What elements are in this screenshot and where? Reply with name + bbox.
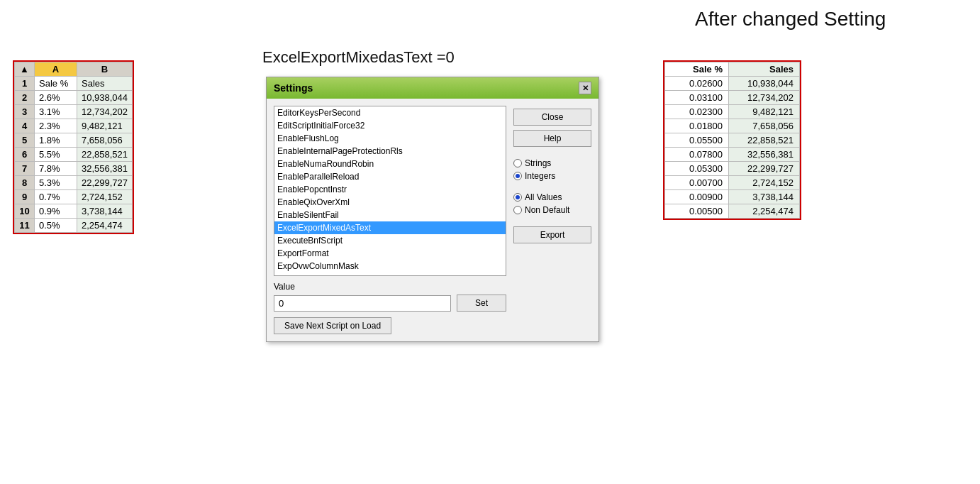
table-row: 0.009003,738,144 xyxy=(665,190,800,204)
radio-circle xyxy=(513,159,522,167)
right-cell-sales: 7,658,056 xyxy=(729,119,800,133)
left-cell-sale: 7.8% xyxy=(35,162,77,176)
left-row-num: 1 xyxy=(15,77,35,91)
save-next-button[interactable]: Save Next Script on Load xyxy=(274,317,391,334)
value-label: Value xyxy=(274,282,506,292)
left-cell-sale: 0.9% xyxy=(35,204,77,219)
left-cell-sales: 32,556,381 xyxy=(77,162,133,176)
page-title: After changed Setting xyxy=(695,8,886,31)
close-icon[interactable]: ✕ xyxy=(579,82,591,94)
right-cell-sale: 0.05500 xyxy=(665,133,729,148)
right-cell-sales: 2,254,474 xyxy=(729,204,800,219)
left-cell-sales: 22,299,727 xyxy=(77,176,133,190)
right-cell-sale: 0.00900 xyxy=(665,190,729,204)
list-item[interactable]: EditScriptInitialForce32 xyxy=(274,119,506,132)
col-a-header: A xyxy=(35,62,77,77)
radio-item-type[interactable]: Strings xyxy=(513,158,591,168)
radio-group-type: StringsIntegers xyxy=(513,158,591,181)
right-cell-sales: 22,299,727 xyxy=(729,162,800,176)
table-row: 77.8%32,556,381 xyxy=(15,162,133,176)
set-button[interactable]: Set xyxy=(457,295,506,312)
left-cell-sale: Sale % xyxy=(35,77,77,91)
left-cell-sale: 0.7% xyxy=(35,190,77,204)
list-item[interactable]: EnablePopcntInstr xyxy=(274,183,506,196)
list-item[interactable]: EnableParallelReload xyxy=(274,170,506,183)
left-row-num: 8 xyxy=(15,176,35,190)
left-cell-sales: Sales xyxy=(77,77,133,91)
right-cell-sales: 2,724,152 xyxy=(729,176,800,190)
left-cell-sale: 1.8% xyxy=(35,133,77,148)
list-item[interactable]: EnableFlushLog xyxy=(274,132,506,145)
settings-titlebar: Settings ✕ xyxy=(267,77,598,99)
list-item[interactable]: EditorKeysPerSecond xyxy=(274,106,506,119)
table-row: 51.8%7,658,056 xyxy=(15,133,133,148)
left-cell-sales: 22,858,521 xyxy=(77,148,133,162)
list-item[interactable]: ExecuteBnfScript xyxy=(274,234,506,247)
table-row: 65.5%22,858,521 xyxy=(15,148,133,162)
right-cell-sales: 10,938,044 xyxy=(729,77,800,91)
corner-header: ▲ xyxy=(15,62,35,77)
left-excel-table: ▲ A B 1Sale %Sales22.6%10,938,04433.1%12… xyxy=(13,60,134,234)
radio-item-values[interactable]: All Values xyxy=(513,192,591,202)
table-row: 0.0530022,299,727 xyxy=(665,162,800,176)
settings-dialog: Settings ✕ EditorKeysPerSecondEditScript… xyxy=(266,77,599,342)
radio-label: Non Default xyxy=(525,205,569,215)
right-cell-sale: 0.02300 xyxy=(665,105,729,119)
value-section: Value Set xyxy=(274,282,506,312)
center-label: ExcelExportMixedasText =0 xyxy=(262,48,455,67)
list-item[interactable]: EnableInternalPageProtectionRls xyxy=(274,145,506,158)
list-item[interactable]: ExcelExportMixedAsText xyxy=(274,221,506,234)
right-table: Sale % Sales 0.0260010,938,0440.0310012,… xyxy=(664,62,800,219)
left-row-num: 3 xyxy=(15,105,35,119)
radio-label: Integers xyxy=(525,171,555,181)
right-col1-header: Sale % xyxy=(665,62,729,77)
right-buttons: Close Help xyxy=(513,109,591,147)
left-cell-sale: 2.6% xyxy=(35,91,77,105)
col-b-header: B xyxy=(77,62,133,77)
table-row: 0.005002,254,474 xyxy=(665,204,800,219)
left-row-num: 11 xyxy=(15,219,35,233)
left-cell-sale: 5.3% xyxy=(35,176,77,190)
help-button[interactable]: Help xyxy=(513,130,591,147)
radio-group-values: All ValuesNon Default xyxy=(513,192,591,215)
right-col2-header: Sales xyxy=(729,62,800,77)
left-row-num: 10 xyxy=(15,204,35,219)
list-item[interactable]: ExportFormat xyxy=(274,247,506,260)
table-row: 0.007002,724,152 xyxy=(665,176,800,190)
close-button[interactable]: Close xyxy=(513,109,591,126)
left-cell-sale: 5.5% xyxy=(35,148,77,162)
left-cell-sale: 0.5% xyxy=(35,219,77,233)
value-input[interactable] xyxy=(274,295,451,312)
radio-label: Strings xyxy=(525,158,551,168)
left-row-num: 4 xyxy=(15,119,35,133)
list-item[interactable]: EnableQixOverXml xyxy=(274,196,506,209)
export-button[interactable]: Export xyxy=(513,226,591,243)
table-row: 0.0310012,734,202 xyxy=(665,91,800,105)
left-row-num: 6 xyxy=(15,148,35,162)
right-cell-sales: 3,738,144 xyxy=(729,190,800,204)
radio-circle xyxy=(513,172,522,180)
radio-circle xyxy=(513,193,522,202)
table-row: 1Sale %Sales xyxy=(15,77,133,91)
left-cell-sales: 12,734,202 xyxy=(77,105,133,119)
settings-listbox[interactable]: EditorKeysPerSecondEditScriptInitialForc… xyxy=(274,106,506,276)
radio-item-type[interactable]: Integers xyxy=(513,171,591,181)
right-cell-sales: 9,482,121 xyxy=(729,105,800,119)
left-cell-sales: 2,254,474 xyxy=(77,219,133,233)
settings-title: Settings xyxy=(274,82,313,94)
right-cell-sale: 0.03100 xyxy=(665,91,729,105)
table-row: 0.0780032,556,381 xyxy=(665,148,800,162)
table-row: 0.018007,658,056 xyxy=(665,119,800,133)
left-cell-sales: 10,938,044 xyxy=(77,91,133,105)
table-row: 100.9%3,738,144 xyxy=(15,204,133,219)
right-cell-sales: 32,556,381 xyxy=(729,148,800,162)
list-item[interactable]: EnableSilentFail xyxy=(274,209,506,221)
right-cell-sale: 0.05300 xyxy=(665,162,729,176)
radio-circle xyxy=(513,206,522,214)
left-row-num: 2 xyxy=(15,91,35,105)
right-cell-sale: 0.07800 xyxy=(665,148,729,162)
list-item[interactable]: ExpOvwColumnMask xyxy=(274,260,506,273)
radio-item-values[interactable]: Non Default xyxy=(513,205,591,215)
left-cell-sale: 3.1% xyxy=(35,105,77,119)
list-item[interactable]: EnableNumaRoundRobin xyxy=(274,158,506,170)
